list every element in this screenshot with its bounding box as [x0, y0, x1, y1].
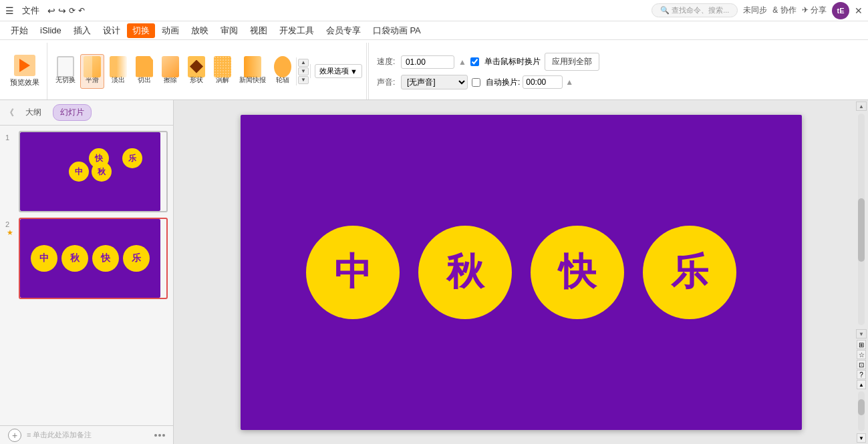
dots-menu[interactable]	[154, 434, 165, 437]
slide-thumbnail-2[interactable]: 中 秋 快 乐	[19, 218, 168, 299]
main-circle-2: 秋	[418, 226, 512, 319]
main-circle-3: 快	[531, 226, 624, 319]
wheel-icon	[274, 58, 291, 75]
menu-pocket[interactable]: 口袋动画 PA	[368, 23, 426, 38]
undo-icon[interactable]: ↩	[47, 5, 55, 16]
click-switch-checkbox[interactable]	[470, 57, 479, 66]
cutout-icon	[136, 58, 153, 75]
side-thumb[interactable]	[858, 399, 865, 415]
click-switch-label: 单击鼠标时换片	[484, 56, 541, 67]
tab-slides[interactable]: 幻灯片	[53, 104, 92, 121]
transitions-items: 无切换 平滑 淡出 切出 擦除	[53, 54, 295, 89]
sync-btn[interactable]: 未同步	[743, 5, 767, 16]
canvas-scroll-up-btn[interactable]: ▲	[856, 101, 867, 111]
menu-insert[interactable]: 插入	[68, 23, 96, 38]
auto-switch-checkbox[interactable]	[472, 78, 480, 87]
slide-list: 1 中 秋 快 乐 2 ★	[0, 126, 173, 425]
canvas-area: 中 秋 快 乐 ▲ ▼ ⊞ ☆ ⊡ ? ▲ ▼	[174, 100, 868, 444]
share-btn[interactable]: ✈ 分享	[802, 5, 827, 16]
main-circle-4: 乐	[643, 226, 736, 319]
ribbon-transitions-group: 无切换 平滑 淡出 切出 擦除	[49, 43, 367, 99]
menu-icon[interactable]: ☰	[5, 5, 14, 16]
slide-thumbnail-1[interactable]: 中 秋 快 乐	[19, 131, 168, 212]
ribbon-preview-group: 预览效果	[3, 43, 47, 99]
sound-select[interactable]: [无声音]	[401, 75, 468, 89]
menu-review[interactable]: 审阅	[215, 23, 243, 38]
chevron-down-icon: ▼	[350, 67, 357, 75]
canvas-scrollbar-thumb[interactable]	[858, 198, 865, 262]
slide-item-2[interactable]: 2 ★ 中 秋 快 乐	[5, 218, 168, 299]
apply-all-btn[interactable]: 应用到全部	[545, 53, 599, 71]
side-track	[858, 391, 865, 431]
note-label: ≡ 单击此处添加备注	[27, 430, 92, 440]
thumb1-circle-3: 快	[89, 148, 109, 168]
time-up-icon[interactable]: ▲	[565, 77, 573, 87]
menu-playback[interactable]: 放映	[186, 23, 214, 38]
ribbon-preview-items: 预览效果	[7, 44, 43, 98]
title-bar-right: 🔍 查找命令、搜索... 未同步 & 协作 ✈ 分享 tE ✕	[652, 2, 863, 19]
filter-icon[interactable]: ⊞	[857, 340, 866, 349]
ribbon-scroll-down[interactable]: ▼	[298, 67, 309, 75]
effect-options-btn[interactable]: 效果选项 ▼	[315, 64, 362, 78]
canvas-scrollbar: ▲ ▼ ⊞ ☆ ⊡ ? ▲ ▼	[855, 100, 868, 444]
news-label: 新闻快报	[239, 75, 266, 85]
dissolve-btn[interactable]: 涡解	[210, 54, 235, 89]
fadeout-icon	[110, 58, 127, 75]
main-circle-1: 中	[306, 226, 400, 319]
title-bar: ☰ 文件 ↩ ↪ ⟳ ↶ 🔍 查找命令、搜索... 未同步 & 协作 ✈ 分享 …	[0, 0, 868, 21]
menu-start[interactable]: 开始	[5, 23, 33, 38]
menu-switch[interactable]: 切换	[127, 23, 155, 38]
cutout-btn[interactable]: 切出	[132, 54, 156, 89]
menu-animation[interactable]: 动画	[156, 23, 184, 38]
shape-btn[interactable]: 形状	[184, 54, 208, 89]
window-close[interactable]: ✕	[855, 5, 863, 16]
preview-btn[interactable]: 预览效果	[7, 53, 43, 90]
sidebar-tabs: 《 大纲 幻灯片	[0, 100, 173, 126]
menu-design[interactable]: 设计	[98, 23, 126, 38]
thumb2-circle-4: 乐	[123, 245, 150, 272]
redo-icon[interactable]: ↪	[58, 5, 66, 16]
ribbon-scroll-expand[interactable]: ▼	[298, 76, 309, 84]
extra-scroll-up[interactable]: ▲	[857, 380, 866, 389]
thumb1-circles: 中 秋 快 乐	[69, 162, 112, 182]
slide2-meta: 2 ★	[5, 218, 15, 237]
no-switch-btn[interactable]: 无切换	[53, 54, 78, 89]
menu-islide[interactable]: iSlide	[35, 24, 67, 37]
canvas-scroll-down-btn[interactable]: ▼	[856, 329, 867, 339]
title-bar-left: ☰ 文件 ↩ ↪ ⟳ ↶	[5, 3, 85, 18]
toolbar-icon2[interactable]: ↶	[78, 6, 85, 15]
smooth-btn[interactable]: 平滑	[80, 54, 104, 89]
collab-btn[interactable]: & 协作	[772, 5, 796, 16]
add-slide-btn[interactable]: +	[8, 429, 21, 442]
tab-outline[interactable]: 大纲	[18, 104, 49, 121]
toolbar-icon1[interactable]: ⟳	[69, 6, 76, 15]
extra-scroll-down[interactable]: ▼	[857, 433, 866, 443]
erase-icon	[162, 58, 179, 75]
news-btn[interactable]: 新闻快报	[237, 54, 269, 89]
speed-input[interactable]	[401, 55, 454, 69]
main-area: 《 大纲 幻灯片 1 中 秋 快 乐	[0, 100, 868, 444]
auto-switch-label: 自动换片:	[486, 77, 520, 88]
slide-item-1[interactable]: 1 中 秋 快 乐	[5, 131, 168, 212]
fadeout-btn[interactable]: 淡出	[106, 54, 130, 89]
speed-label: 速度:	[377, 56, 397, 67]
menu-view[interactable]: 视图	[245, 23, 273, 38]
dissolve-icon	[214, 58, 231, 75]
ribbon-sound-row: 声音: [无声音] 自动换片: ▲	[377, 75, 860, 89]
erase-btn[interactable]: 擦除	[158, 54, 182, 89]
resize-icon[interactable]: ⊡	[857, 360, 866, 369]
help-icon[interactable]: ?	[857, 370, 866, 379]
menu-member[interactable]: 会员专享	[321, 23, 366, 38]
sidebar-collapse-btn[interactable]: 《	[5, 107, 14, 119]
speed-up-icon[interactable]: ▲	[458, 57, 466, 67]
thumb1-circle-1: 中	[69, 162, 89, 182]
star-icon[interactable]: ☆	[857, 350, 866, 359]
menu-devtools[interactable]: 开发工具	[274, 23, 319, 38]
slide-canvas-2: 中 秋 快 乐	[20, 219, 160, 298]
auto-switch-time[interactable]	[523, 75, 563, 89]
search-bar[interactable]: 🔍 查找命令、搜索...	[652, 3, 738, 17]
menu-bar: 开始 iSlide 插入 设计 切换 动画 放映 审阅 视图 开发工具 会员专享…	[0, 21, 868, 40]
file-menu[interactable]: 文件	[17, 3, 45, 18]
ribbon-scroll-up[interactable]: ▲	[298, 59, 309, 67]
wheel-btn[interactable]: 轮辐	[271, 54, 295, 89]
